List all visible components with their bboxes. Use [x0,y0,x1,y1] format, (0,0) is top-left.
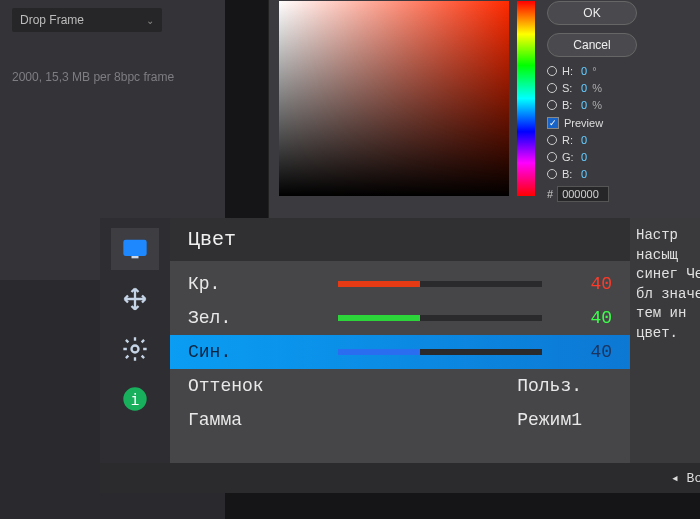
radio-icon[interactable] [547,66,557,76]
svg-text:i: i [130,391,139,409]
osd-rows: Кр. 40 Зел. 40 Син. 40 Оттенок Польз. [170,261,630,443]
osd-sidebar: i [100,218,170,463]
osd-label: Кр. [188,274,338,294]
checkbox-icon[interactable]: ✓ [547,117,559,129]
osd-row-hue[interactable]: Оттенок Польз. [170,369,630,403]
chevron-down-icon: ⌄ [146,15,154,26]
osd-slider-red[interactable] [338,281,542,287]
saturation-field[interactable]: S: 0 % [547,82,697,94]
color-gradient-field[interactable] [279,1,509,196]
osd-row-green[interactable]: Зел. 40 [170,301,630,335]
osd-row-red[interactable]: Кр. 40 [170,267,630,301]
cancel-button[interactable]: Cancel [547,33,637,57]
r-field[interactable]: R: 0 [547,134,697,146]
osd-back-label[interactable]: ◂ Воз [671,470,700,486]
osd-help-panel: Настр насыщ синег Чем бл значен тем ин ц… [630,218,700,463]
brightness-field[interactable]: B: 0 % [547,99,697,111]
osd-tab-position[interactable] [111,278,159,320]
color-picker-dialog: OK Cancel H: 0 ° S: 0 % B: 0 % ✓ [268,0,700,230]
hash-icon: # [547,188,553,200]
osd-tab-settings[interactable] [111,328,159,370]
hue-slider[interactable] [517,1,535,196]
osd-tab-info[interactable]: i [111,378,159,420]
svg-rect-1 [132,256,139,258]
osd-bottom-bar: ◂ Воз [100,463,700,493]
drop-frame-dropdown[interactable]: Drop Frame ⌄ [12,8,162,32]
b-field[interactable]: B: 0 [547,168,697,180]
svg-rect-0 [125,241,146,255]
osd-label: Син. [188,342,338,362]
color-picker-controls: OK Cancel H: 0 ° S: 0 % B: 0 % ✓ [547,1,697,219]
osd-tab-display[interactable] [111,228,159,270]
monitor-osd-menu: i Цвет Кр. 40 Зел. 40 Син. 40 [100,218,700,463]
hue-field[interactable]: H: 0 ° [547,65,697,77]
osd-row-gamma[interactable]: Гамма Режим1 [170,403,630,437]
osd-slider-green[interactable] [338,315,542,321]
info-icon: i [121,385,149,413]
osd-label: Гамма [188,410,338,430]
gear-icon [121,335,149,363]
slider-fill [338,315,420,321]
slider-fill [338,281,420,287]
osd-label: Зел. [188,308,338,328]
ok-button[interactable]: OK [547,1,637,25]
osd-value: 40 [562,308,612,328]
osd-row-blue[interactable]: Син. 40 [170,335,630,369]
hex-field[interactable]: # 000000 [547,186,697,202]
radio-icon[interactable] [547,135,557,145]
osd-value: 40 [562,274,612,294]
osd-value: 40 [562,342,612,362]
osd-value: Режим1 [338,410,612,430]
preview-checkbox-row[interactable]: ✓ Preview [547,117,697,129]
osd-title: Цвет [170,218,630,261]
slider-fill [338,349,420,355]
osd-slider-blue[interactable] [338,349,542,355]
move-arrows-icon [121,285,149,313]
radio-icon[interactable] [547,83,557,93]
radio-icon[interactable] [547,152,557,162]
radio-icon[interactable] [547,169,557,179]
monitor-icon [121,235,149,263]
osd-body: Цвет Кр. 40 Зел. 40 Син. 40 [170,218,630,463]
background-app: Drop Frame ⌄ 2000, 15,3 MB per 8bpc fram… [0,0,700,519]
osd-label: Оттенок [188,376,338,396]
frame-info-text: 2000, 15,3 MB per 8bpc frame [12,70,213,84]
radio-icon[interactable] [547,100,557,110]
svg-point-2 [132,346,139,353]
g-field[interactable]: G: 0 [547,151,697,163]
drop-frame-label: Drop Frame [20,13,84,27]
osd-value: Польз. [338,376,612,396]
hex-input[interactable]: 000000 [557,186,609,202]
preview-label: Preview [564,117,603,129]
